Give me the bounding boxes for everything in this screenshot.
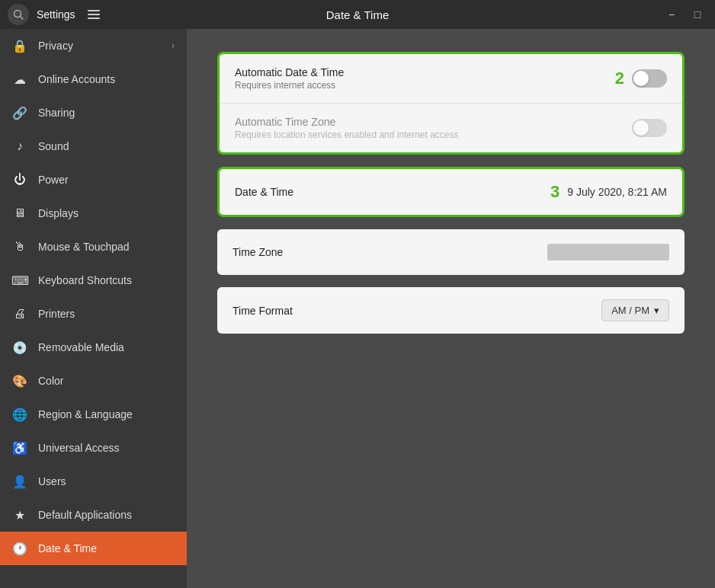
timeformat-dropdown-label: AM / PM bbox=[611, 305, 649, 316]
sidebar-item-sharing[interactable]: 🔗Sharing bbox=[0, 96, 187, 129]
sidebar-label-displays: Displays bbox=[38, 207, 79, 219]
sidebar-item-default-applications[interactable]: ★Default Applications bbox=[0, 498, 187, 532]
menu-button[interactable] bbox=[83, 4, 104, 25]
auto-timezone-label: Automatic Time Zone Requires location se… bbox=[235, 116, 632, 140]
sidebar-label-sharing: Sharing bbox=[38, 107, 75, 119]
sidebar-label-sound: Sound bbox=[38, 140, 69, 152]
timeformat-card: Time Format AM / PM ▾ bbox=[217, 287, 685, 334]
sidebar-label-users: Users bbox=[38, 475, 66, 487]
minimize-button[interactable]: − bbox=[662, 5, 681, 24]
sidebar-label-removable-media: Removable Media bbox=[38, 341, 124, 353]
sidebar-item-printers[interactable]: 🖨Printers bbox=[0, 297, 187, 331]
datetime-value: 9 July 2020, 8:21 AM bbox=[567, 186, 667, 198]
sidebar-item-sound[interactable]: ♪Sound bbox=[0, 129, 187, 163]
sidebar-label-online-accounts: Online Accounts bbox=[38, 73, 115, 85]
badge-3: 3 bbox=[550, 182, 559, 202]
sidebar-item-universal-access[interactable]: ♿Universal Access bbox=[0, 431, 187, 465]
sidebar-label-power: Power bbox=[38, 174, 69, 186]
date-time-icon: 🕐 bbox=[12, 541, 27, 556]
app-title: Settings bbox=[37, 8, 75, 21]
timezone-card: Time Zone bbox=[217, 229, 685, 275]
sidebar-item-date-time[interactable]: 🕐Date & Time bbox=[0, 532, 187, 565]
sidebar-item-power[interactable]: ⏻Power bbox=[0, 163, 187, 197]
timezone-row[interactable]: Time Zone bbox=[217, 229, 685, 275]
badge-2: 2 bbox=[615, 69, 624, 88]
sharing-icon: 🔗 bbox=[12, 105, 27, 120]
keyboard-shortcuts-icon: ⌨ bbox=[12, 273, 27, 288]
sidebar-label-universal-access: Universal Access bbox=[38, 442, 120, 454]
displays-icon: 🖥 bbox=[12, 206, 27, 221]
timezone-value-bar bbox=[547, 244, 669, 260]
datetime-row-title: Date & Time bbox=[235, 186, 550, 198]
online-accounts-icon: ☁ bbox=[12, 72, 27, 87]
sidebar-item-removable-media[interactable]: 💿Removable Media bbox=[0, 331, 187, 364]
maximize-button[interactable]: □ bbox=[688, 5, 707, 24]
chevron-right-icon: › bbox=[172, 40, 175, 51]
printers-icon: 🖨 bbox=[12, 306, 27, 321]
timeformat-dropdown[interactable]: AM / PM ▾ bbox=[601, 299, 669, 321]
titlebar-controls: − □ bbox=[662, 5, 707, 24]
sidebar-label-printers: Printers bbox=[38, 308, 75, 320]
sidebar: 🔒Privacy›☁Online Accounts🔗Sharing♪Sound⏻… bbox=[0, 29, 187, 588]
auto-timezone-subtitle: Requires location services enabled and i… bbox=[235, 129, 632, 140]
universal-access-icon: ♿ bbox=[12, 440, 27, 455]
timezone-title: Time Zone bbox=[232, 246, 547, 258]
titlebar: Settings Date & Time − □ bbox=[0, 0, 715, 29]
auto-datetime-row: Automatic Date & Time Requires internet … bbox=[220, 54, 682, 104]
auto-timezone-title: Automatic Time Zone bbox=[235, 116, 632, 128]
sidebar-item-region-language[interactable]: 🌐Region & Language bbox=[0, 398, 187, 431]
auto-datetime-title: Automatic Date & Time bbox=[235, 66, 615, 78]
svg-line-1 bbox=[21, 17, 24, 20]
removable-media-icon: 💿 bbox=[12, 340, 27, 355]
main-layout: 🔒Privacy›☁Online Accounts🔗Sharing♪Sound⏻… bbox=[0, 29, 715, 588]
timeformat-row: Time Format AM / PM ▾ bbox=[217, 287, 685, 334]
auto-timezone-toggle[interactable] bbox=[632, 119, 667, 137]
sidebar-item-color[interactable]: 🎨Color bbox=[0, 364, 187, 398]
sidebar-item-online-accounts[interactable]: ☁Online Accounts bbox=[0, 62, 187, 96]
datetime-card: Date & Time 3 9 July 2020, 8:21 AM bbox=[217, 167, 685, 217]
sidebar-label-mouse-touchpad: Mouse & Touchpad bbox=[38, 241, 130, 253]
content-area: Automatic Date & Time Requires internet … bbox=[187, 29, 715, 588]
power-icon: ⏻ bbox=[12, 172, 27, 187]
datetime-row-label: Date & Time bbox=[235, 186, 550, 198]
sidebar-item-users[interactable]: 👤Users bbox=[0, 465, 187, 498]
region-language-icon: 🌐 bbox=[12, 407, 27, 422]
window-title: Date & Time bbox=[326, 8, 390, 21]
sidebar-label-privacy: Privacy bbox=[38, 40, 73, 52]
sidebar-label-color: Color bbox=[38, 375, 63, 387]
sidebar-item-keyboard-shortcuts[interactable]: ⌨Keyboard Shortcuts bbox=[0, 264, 187, 297]
users-icon: 👤 bbox=[12, 474, 27, 489]
sidebar-label-default-applications: Default Applications bbox=[38, 509, 132, 521]
mouse-touchpad-icon: 🖱 bbox=[12, 239, 27, 254]
search-button[interactable] bbox=[8, 4, 29, 25]
timeformat-label: Time Format bbox=[232, 305, 601, 317]
timeformat-title: Time Format bbox=[232, 305, 601, 317]
sidebar-label-region-language: Region & Language bbox=[38, 408, 133, 420]
color-icon: 🎨 bbox=[12, 373, 27, 388]
sidebar-label-keyboard-shortcuts: Keyboard Shortcuts bbox=[38, 274, 132, 286]
timezone-label: Time Zone bbox=[232, 246, 547, 258]
auto-datetime-card: Automatic Date & Time Requires internet … bbox=[217, 52, 685, 155]
sidebar-label-date-time: Date & Time bbox=[38, 542, 97, 554]
default-applications-icon: ★ bbox=[12, 507, 27, 522]
sidebar-item-displays[interactable]: 🖥Displays bbox=[0, 197, 187, 230]
sound-icon: ♪ bbox=[12, 139, 27, 154]
titlebar-left: Settings bbox=[8, 4, 104, 25]
auto-datetime-toggle[interactable] bbox=[632, 69, 667, 88]
sidebar-item-privacy[interactable]: 🔒Privacy› bbox=[0, 29, 187, 62]
dropdown-arrow-icon: ▾ bbox=[654, 305, 659, 316]
auto-datetime-label: Automatic Date & Time Requires internet … bbox=[235, 66, 615, 91]
privacy-icon: 🔒 bbox=[12, 38, 27, 53]
auto-datetime-subtitle: Requires internet access bbox=[235, 80, 615, 91]
datetime-row[interactable]: Date & Time 3 9 July 2020, 8:21 AM bbox=[220, 169, 682, 215]
sidebar-item-mouse-touchpad[interactable]: 🖱Mouse & Touchpad bbox=[0, 230, 187, 264]
auto-timezone-row: Automatic Time Zone Requires location se… bbox=[220, 104, 682, 152]
